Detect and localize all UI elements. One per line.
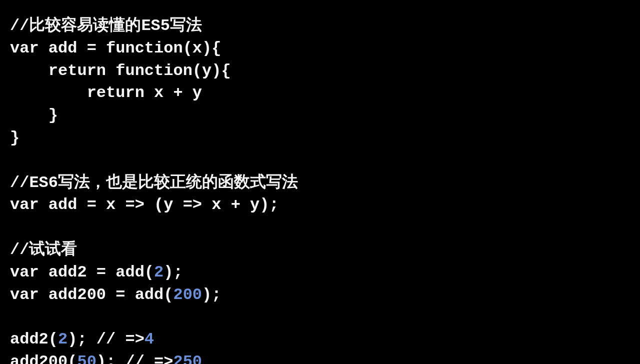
code-line: } — [10, 128, 20, 147]
number-literal: 50 — [77, 352, 96, 364]
code-comment: //比较容易读懂的ES5写法 — [10, 16, 202, 35]
code-block: //比较容易读懂的ES5写法 var add = function(x){ re… — [0, 0, 640, 364]
number-literal: 4 — [144, 330, 154, 348]
code-line: var add = function(x){ — [10, 39, 221, 58]
code-line: add2(2); // =>4 — [10, 330, 154, 348]
code-line: } — [10, 106, 58, 124]
code-line: var add200 = add(200); — [10, 286, 221, 304]
code-line: return function(y){ — [10, 62, 231, 80]
code-comment: //试试看 — [10, 240, 77, 259]
number-literal: 250 — [173, 352, 202, 364]
code-line: return x + y — [10, 84, 202, 102]
number-literal: 2 — [154, 263, 164, 282]
code-comment: //ES6写法，也是比较正统的函数式写法 — [10, 174, 298, 192]
number-literal: 2 — [58, 330, 68, 348]
code-line: add200(50); // =>250 — [10, 352, 202, 364]
code-line: var add2 = add(2); — [10, 263, 183, 282]
number-literal: 200 — [173, 286, 202, 304]
code-line: var add = x => (y => x + y); — [10, 196, 279, 214]
